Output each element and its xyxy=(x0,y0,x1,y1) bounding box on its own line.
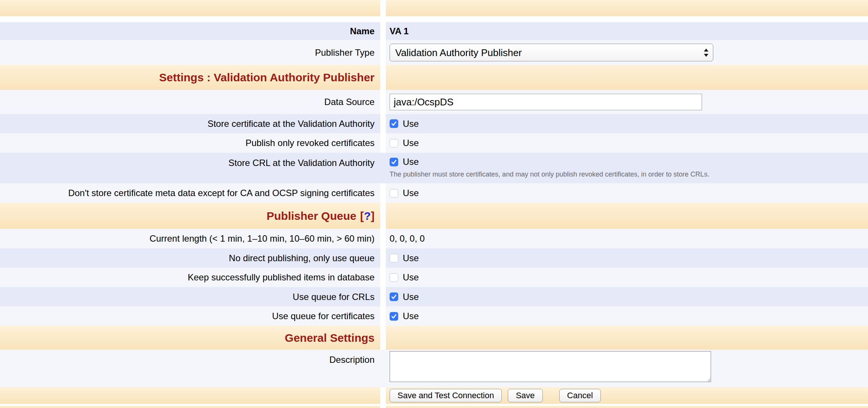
settings-section-header: Settings : Validation Authority Publishe… xyxy=(0,65,868,90)
keep-published-label: Keep successfully published items in dat… xyxy=(188,272,375,283)
store-crl-use-label[interactable]: Use xyxy=(403,157,419,167)
no-direct-publishing-use-label[interactable]: Use xyxy=(403,253,419,263)
column-gutter xyxy=(380,306,386,326)
name-value: VA 1 xyxy=(390,26,409,37)
publisher-type-select-wrap: Validation Authority Publisher xyxy=(390,44,713,61)
description-label: Description xyxy=(329,354,375,365)
column-gutter xyxy=(380,287,386,306)
help-bracket-open: [ xyxy=(360,210,364,222)
general-settings-header: General Settings xyxy=(0,326,868,350)
settings-section-title: Settings : Validation Authority Publishe… xyxy=(159,71,375,84)
current-length-row: Current length (< 1 min, 1–10 min, 10–60… xyxy=(0,229,868,248)
column-gutter xyxy=(380,65,386,90)
use-queue-crls-checkbox[interactable] xyxy=(390,292,398,301)
publisher-edit-page: Name VA 1 Publisher Type Validation Auth… xyxy=(0,0,868,408)
checkmark-icon xyxy=(390,120,397,127)
no-direct-publishing-row: No direct publishing, only use queue Use xyxy=(0,248,868,268)
column-gutter xyxy=(380,203,386,229)
description-textarea[interactable] xyxy=(390,351,711,382)
column-gutter xyxy=(380,387,386,404)
store-crl-checkbox[interactable] xyxy=(390,158,398,166)
store-crl-help-text: The publisher must store certificates, a… xyxy=(390,170,709,179)
publish-revoked-label: Publish only revoked certificates xyxy=(245,137,375,149)
bottom-band xyxy=(0,406,868,408)
publisher-type-row: Publisher Type Validation Authority Publ… xyxy=(0,40,868,65)
help-bracket-close: ] xyxy=(371,210,375,222)
top-band xyxy=(0,0,868,16)
use-queue-certificates-row: Use queue for certificates Use xyxy=(0,306,868,326)
use-queue-crls-row: Use queue for CRLs Use xyxy=(0,287,868,306)
keep-published-use-label[interactable]: Use xyxy=(403,272,419,283)
column-gutter xyxy=(380,0,386,16)
use-queue-crls-use-label[interactable]: Use xyxy=(403,292,419,302)
current-length-label: Current length (< 1 min, 1–10 min, 10–60… xyxy=(149,233,375,244)
store-certificate-label: Store certificate at the Validation Auth… xyxy=(207,118,375,129)
column-gutter xyxy=(380,40,386,65)
store-certificate-checkbox[interactable] xyxy=(390,119,398,128)
column-gutter xyxy=(380,326,386,350)
store-crl-row: Store CRL at the Validation Authority Us… xyxy=(0,153,868,183)
publisher-queue-header: Publisher Queue [?] xyxy=(0,203,868,229)
cancel-button[interactable]: Cancel xyxy=(559,389,601,402)
publish-revoked-use-label[interactable]: Use xyxy=(403,138,419,148)
keep-published-row: Keep successfully published items in dat… xyxy=(0,268,868,287)
description-row: Description xyxy=(0,350,868,387)
data-source-input[interactable] xyxy=(390,94,702,110)
use-queue-crls-label: Use queue for CRLs xyxy=(293,291,375,303)
data-source-row: Data Source xyxy=(0,90,868,114)
checkmark-icon xyxy=(390,293,397,300)
checkmark-icon xyxy=(390,313,397,320)
save-and-test-button[interactable]: Save and Test Connection xyxy=(390,389,502,402)
save-button[interactable]: Save xyxy=(508,389,542,402)
top-spacer xyxy=(0,16,868,22)
use-queue-certificates-label: Use queue for certificates xyxy=(272,311,375,322)
column-gutter xyxy=(380,268,386,287)
general-settings-title: General Settings xyxy=(285,332,375,344)
publisher-type-select[interactable]: Validation Authority Publisher xyxy=(390,44,713,61)
use-queue-certificates-checkbox[interactable] xyxy=(390,312,398,321)
dont-store-meta-label: Don't store certificate meta data except… xyxy=(68,187,375,199)
column-gutter xyxy=(380,248,386,268)
publish-revoked-row: Publish only revoked certificates Use xyxy=(0,133,868,153)
name-row: Name VA 1 xyxy=(0,22,868,40)
column-gutter xyxy=(380,183,386,203)
checkmark-icon xyxy=(390,158,397,166)
store-certificate-row: Store certificate at the Validation Auth… xyxy=(0,114,868,133)
current-length-value: 0, 0, 0, 0 xyxy=(390,233,425,244)
column-gutter xyxy=(380,90,386,114)
publisher-queue-help: [?] xyxy=(360,210,375,222)
publisher-queue-title: Publisher Queue xyxy=(266,210,356,222)
publisher-type-label: Publisher Type xyxy=(315,47,375,58)
no-direct-publishing-checkbox[interactable] xyxy=(390,254,398,262)
store-crl-label: Store CRL at the Validation Authority xyxy=(228,157,375,169)
dont-store-meta-use-label[interactable]: Use xyxy=(403,188,419,198)
column-gutter xyxy=(380,229,386,248)
no-direct-publishing-label: No direct publishing, only use queue xyxy=(229,253,375,264)
column-gutter xyxy=(380,133,386,153)
use-queue-certificates-use-label[interactable]: Use xyxy=(403,311,419,321)
publish-revoked-checkbox[interactable] xyxy=(390,139,398,148)
buttons-row: Save and Test Connection Save Cancel xyxy=(0,387,868,404)
dont-store-meta-row: Don't store certificate meta data except… xyxy=(0,183,868,203)
column-gutter xyxy=(380,22,386,40)
data-source-label: Data Source xyxy=(324,96,375,108)
dont-store-meta-checkbox[interactable] xyxy=(390,189,398,198)
name-label: Name xyxy=(350,26,375,37)
column-gutter xyxy=(380,114,386,133)
keep-published-checkbox[interactable] xyxy=(390,273,398,282)
store-certificate-use-label[interactable]: Use xyxy=(403,119,419,129)
queue-help-link[interactable]: ? xyxy=(364,210,371,222)
column-gutter xyxy=(380,406,386,408)
